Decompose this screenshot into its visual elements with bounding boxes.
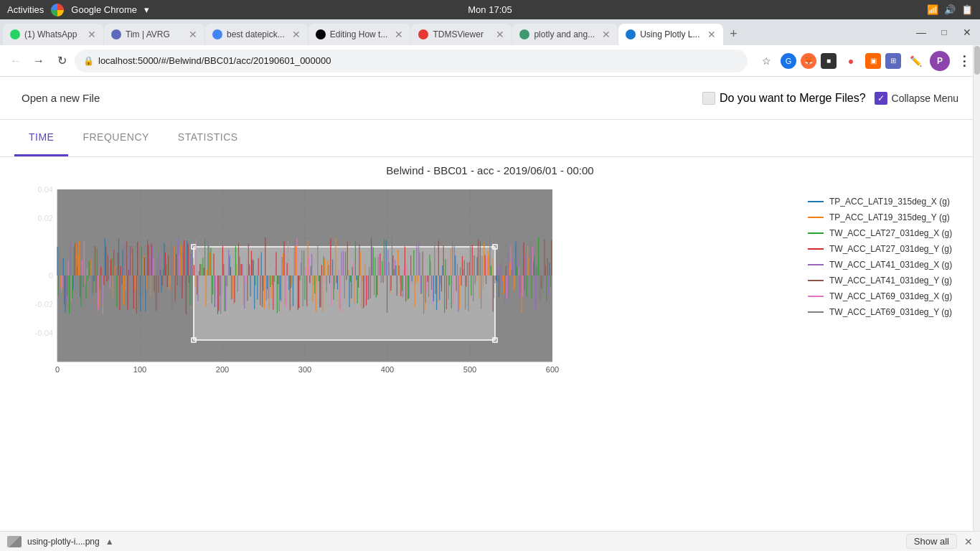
legend-color-8 xyxy=(808,311,824,313)
collapse-menu-label: Collapse Menu xyxy=(892,93,958,104)
collapse-checkbox-wrap: ✓ Collapse Menu xyxy=(875,92,958,105)
legend-label-4: TW_ACC_LAT27_031deg_Y (g) xyxy=(829,244,952,254)
legend-color-7 xyxy=(808,296,824,297)
bookmark-icon[interactable]: ☆ xyxy=(756,51,776,71)
tab-time[interactable]: TIME xyxy=(14,120,68,156)
legend-item-1: TP_ACC_LAT19_315deg_X (g) xyxy=(808,197,966,207)
tab-close-whatsapp[interactable]: ✕ xyxy=(88,29,96,40)
legend-label-6: TW_ACC_LAT41_031deg_Y (g) xyxy=(829,276,952,286)
legend-label-3: TW_ACC_LAT27_031deg_X (g) xyxy=(829,228,952,238)
ext-3-icon[interactable]: ■ xyxy=(821,53,837,69)
top-bar-right: Do you want to Merge Files? ✓ Collapse M… xyxy=(702,92,958,105)
svg-text:500: 500 xyxy=(463,365,476,374)
page-top-bar: Open a new File Do you want to Merge Fil… xyxy=(0,77,980,120)
legend-color-1 xyxy=(808,201,824,202)
tab-tim[interactable]: Tim | AVRG ✕ xyxy=(104,24,204,45)
close-window-button[interactable]: ✕ xyxy=(957,22,977,42)
tab-using[interactable]: Using Plotly L... ✕ xyxy=(618,24,722,45)
tab-tdms[interactable]: TDMSViewer ✕ xyxy=(411,24,512,45)
tab-close-datepick[interactable]: ✕ xyxy=(292,29,301,40)
chart-plot[interactable]: 0.04 0.02 0 -0.02 -0.04 0 100 200 300 40… xyxy=(14,182,796,383)
legend-item-5: TW_ACC_LAT41_031deg_X (g) xyxy=(808,260,966,270)
legend-color-4 xyxy=(808,248,824,250)
chrome-icon xyxy=(51,4,64,17)
tab-label-using: Using Plotly L... xyxy=(640,29,699,39)
tab-plotly[interactable]: plotly and ang... ✕ xyxy=(512,24,618,45)
tab-close-tim[interactable]: ✕ xyxy=(189,29,197,40)
legend-item-2: TP_ACC_LAT19_315deg_Y (g) xyxy=(808,212,966,222)
chart-container: 0.04 0.02 0 -0.02 -0.04 0 100 200 300 40… xyxy=(14,182,966,383)
bottom-left: using-plotly-i....png ▲ xyxy=(7,536,114,547)
dropdown-arrow[interactable]: ▾ xyxy=(144,4,149,15)
legend-label-1: TP_ACC_LAT19_315deg_X (g) xyxy=(829,197,950,207)
legend-color-2 xyxy=(808,217,824,218)
collapse-checkbox[interactable]: ✓ xyxy=(875,92,887,105)
ext-2-icon[interactable]: 🦊 xyxy=(801,53,816,69)
tab-favicon-datepick xyxy=(212,29,222,39)
merge-checkbox[interactable] xyxy=(702,92,715,105)
svg-text:400: 400 xyxy=(381,365,394,374)
tab-favicon-editing xyxy=(316,29,326,39)
forward-button[interactable]: → xyxy=(29,51,49,71)
scrollbar-thumb[interactable] xyxy=(974,46,980,75)
ext-7-icon[interactable]: ✏️ xyxy=(905,51,925,71)
svg-text:-0.04: -0.04 xyxy=(35,329,53,337)
tab-close-tdms[interactable]: ✕ xyxy=(496,29,504,40)
wifi-icon: 📶 xyxy=(927,4,938,15)
tab-datepick[interactable]: best datepick... ✕ xyxy=(205,24,308,45)
tab-favicon-tim xyxy=(111,29,121,39)
tab-whatsapp[interactable]: (1) WhatsApp ✕ xyxy=(3,24,103,45)
legend-color-6 xyxy=(808,280,824,281)
lock-icon: 🔒 xyxy=(83,56,94,66)
menu-button[interactable]: ⋮ xyxy=(954,51,974,71)
page-scrollbar[interactable] xyxy=(973,45,980,531)
os-bar-right: 📶 🔊 📋 xyxy=(927,4,973,15)
address-text: localhost:5000/#/Belwind/BBC01/acc/20190… xyxy=(98,55,739,66)
tab-label-plotly: plotly and ang... xyxy=(534,29,595,39)
minimize-button[interactable]: — xyxy=(911,22,931,42)
ext-1-icon[interactable]: G xyxy=(781,53,796,69)
legend-item-4: TW_ACC_LAT27_031deg_Y (g) xyxy=(808,244,966,254)
chrome-label[interactable]: Google Chrome xyxy=(71,4,137,15)
svg-rect-25 xyxy=(194,247,495,340)
address-bar[interactable]: 🔒 localhost:5000/#/Belwind/BBC01/acc/201… xyxy=(75,50,748,72)
ext-6-icon[interactable]: ⊞ xyxy=(885,53,901,69)
bottom-file-name: using-plotly-i....png xyxy=(27,537,100,547)
tab-editing[interactable]: Editing How t... ✕ xyxy=(308,24,411,45)
maximize-button[interactable]: □ xyxy=(934,22,954,42)
svg-text:0.02: 0.02 xyxy=(38,214,53,222)
tab-frequency[interactable]: FREQUENCY xyxy=(68,120,163,156)
ext-5-icon[interactable]: ▣ xyxy=(865,53,881,69)
show-all-button[interactable]: Show all xyxy=(906,534,957,549)
legend-label-5: TW_ACC_LAT41_031deg_X (g) xyxy=(829,260,952,270)
os-bar: Activities Google Chrome ▾ Mon 17:05 📶 🔊… xyxy=(0,0,980,19)
new-tab-button[interactable]: + xyxy=(724,24,744,44)
merge-checkbox-wrap: Do you want to Merge Files? xyxy=(702,92,866,105)
svg-text:0.04: 0.04 xyxy=(38,185,53,194)
chart-section: Belwind - BBC01 - acc - 2019/06/01 - 00:… xyxy=(0,157,980,383)
legend-item-8: TW_ACC_LAT69_031deg_Y (g) xyxy=(808,307,966,317)
tab-label-tdms: TDMSViewer xyxy=(433,29,489,39)
profile-avatar[interactable]: P xyxy=(930,51,950,71)
legend-item-6: TW_ACC_LAT41_031deg_Y (g) xyxy=(808,276,966,286)
activities-label[interactable]: Activities xyxy=(7,4,44,15)
ext-4-icon[interactable]: ● xyxy=(841,51,861,71)
tab-close-using[interactable]: ✕ xyxy=(707,29,716,40)
volume-icon: 🔊 xyxy=(944,4,956,15)
bottom-close-button[interactable]: ✕ xyxy=(964,536,973,547)
os-bar-left: Activities Google Chrome ▾ xyxy=(7,4,149,17)
back-button[interactable]: ← xyxy=(6,51,26,71)
tab-close-editing[interactable]: ✕ xyxy=(395,29,403,40)
browser-toolbar: ← → ↻ 🔒 localhost:5000/#/Belwind/BBC01/a… xyxy=(0,45,980,77)
legend-label-8: TW_ACC_LAT69_031deg_Y (g) xyxy=(829,307,952,317)
legend-label-2: TP_ACC_LAT19_315deg_Y (g) xyxy=(829,212,950,222)
chart-svg: 0.04 0.02 0 -0.02 -0.04 0 100 200 300 40… xyxy=(14,182,560,383)
tab-close-plotly[interactable]: ✕ xyxy=(602,29,611,40)
open-file-button[interactable]: Open a new File xyxy=(22,92,100,104)
tab-statistics[interactable]: STATISTICS xyxy=(164,120,253,156)
tab-favicon-using xyxy=(626,29,636,39)
chart-legend: TP_ACC_LAT19_315deg_X (g) TP_ACC_LAT19_3… xyxy=(808,182,966,323)
bottom-chevron-icon: ▲ xyxy=(105,537,114,547)
svg-text:100: 100 xyxy=(133,365,146,374)
reload-button[interactable]: ↻ xyxy=(52,51,72,71)
